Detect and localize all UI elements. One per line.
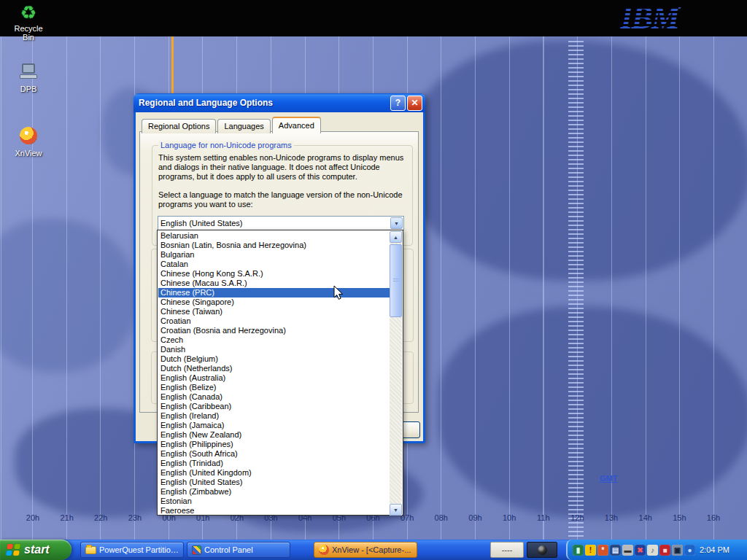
dialog-title: Regional and Language Options [139,98,389,108]
xnview-icon [319,545,329,555]
start-button[interactable]: start [0,540,71,560]
language-listbox-items: BelarusianBosnian (Latin, Bosnia and Her… [158,231,391,516]
language-option[interactable]: English (United States) [158,478,391,487]
language-option[interactable]: Chinese (Singapore) [158,298,391,307]
timezone-label: 10h [503,513,516,522]
language-option[interactable]: English (Ireland) [158,411,391,421]
taskbar-clock[interactable]: 2:04 PM [700,545,729,554]
system-tray: ▮!*▤▬✖♪■▣● 2:04 PM [566,540,747,560]
graphics-utility-icon[interactable]: * [597,545,608,556]
language-option[interactable]: Estonian [158,497,391,506]
dialog-tabs: Regional Options Languages Advanced [142,117,322,133]
language-option[interactable]: Belarusian [158,231,391,241]
combobox-value: English (United States) [158,219,390,228]
language-option[interactable]: English (Caribbean) [158,402,391,411]
dialog-titlebar[interactable]: Regional and Language Options ? ✕ [133,93,425,112]
network-status-icon[interactable]: ▤ [610,545,621,556]
language-option[interactable]: English (New Zealand) [158,430,391,440]
antivirus-icon[interactable]: ■ [659,545,670,556]
desktop-icon-xnview[interactable]: XnView [7,127,50,158]
language-dropdown-list: BelarusianBosnian (Latin, Bosnia and Her… [157,230,403,516]
timezone-label: 20h [26,513,39,522]
timezone-label: 16h [707,513,720,522]
taskbar-button-control-panel[interactable]: Control Panel [187,542,290,558]
security-warning-icon[interactable]: ! [585,545,596,556]
help-icon: ? [395,98,400,108]
scrollbar-track[interactable] [390,243,402,504]
desktop-icon-label: XnView [7,149,50,158]
language-option[interactable]: English (United Kingdom) [158,468,391,478]
help-button[interactable]: ? [390,96,406,111]
scroll-down-button[interactable]: ▼ [390,504,402,516]
task-button-label: Control Panel [204,545,253,554]
timezone-label: 22h [94,513,107,522]
task-button-label: XnView - [<Capture-... [332,545,411,554]
language-option[interactable]: English (Jamaica) [158,421,391,430]
scroll-down-icon: ▼ [393,508,398,513]
combobox-dropdown-button[interactable]: ▼ [390,217,403,229]
language-option[interactable]: English (Australia) [158,373,391,383]
black-ball-icon [538,545,547,555]
input-language-icon[interactable]: ▬ [622,545,633,556]
scroll-up-icon: ▲ [393,235,398,240]
scrollbar-thumb[interactable] [390,244,402,317]
language-option[interactable]: Danish [158,345,391,354]
desktop: GMT 20h21h22h23h00h01h02h03h04h05h06h07h… [0,0,747,560]
language-option[interactable]: Croatian (Bosnia and Herzegovina) [158,326,391,335]
timezone-label: 11h [537,513,550,522]
sync-error-icon[interactable]: ✖ [635,545,646,556]
select-language-instruction: Select a language to match the language … [158,190,414,209]
language-option[interactable]: Dutch (Belgium) [158,354,391,364]
tab-regional-options[interactable]: Regional Options [142,119,216,133]
language-option[interactable]: Catalan [158,260,391,269]
tab-languages[interactable]: Languages [217,119,270,133]
scheduler-icon[interactable]: ● [684,545,695,556]
taskbar: start PowerQuest Partition... Control Pa… [0,540,747,560]
laptop-icon [7,63,50,83]
language-combobox[interactable]: English (United States) ▼ [158,216,404,230]
language-option[interactable]: Chinese (Taiwan) [158,307,391,316]
language-option[interactable]: English (South Africa) [158,449,391,459]
current-time-marker [171,36,174,93]
language-option[interactable]: Bulgarian [158,250,391,260]
scroll-up-button[interactable]: ▲ [390,231,402,243]
mouse-cursor [333,285,344,303]
wallpaper-top-bar: ♻ Recycle Bin IBM [0,0,747,36]
taskbar-button-xnview[interactable]: XnView - [<Capture-... [314,542,417,558]
language-option[interactable]: Chinese (Hong Kong S.A.R.) [158,269,391,279]
xnview-icon [7,127,50,147]
power-status-icon[interactable]: ▮ [573,545,584,556]
language-option[interactable]: Czech [158,335,391,345]
group-box-title: Language for non-Unicode programs [158,141,294,149]
close-button[interactable]: ✕ [407,96,422,111]
hatched-timezone-band [568,41,584,537]
timezone-label: 12h [570,513,584,522]
tab-advanced[interactable]: Advanced [272,117,321,133]
language-option[interactable]: Chinese (PRC) [158,288,391,298]
desktop-icon-dpb[interactable]: DPB [7,63,50,93]
taskbar-toolbar-segment[interactable]: ---- [490,542,524,558]
language-option[interactable]: Faeroese [158,506,391,516]
language-option[interactable]: English (Trinidad) [158,459,391,468]
chevron-down-icon: ▼ [394,221,399,226]
control-panel-icon [192,545,201,555]
timezone-label: 13h [605,513,618,522]
language-option[interactable]: Chinese (Macau S.A.R.) [158,279,391,288]
windows-logo-icon [6,544,20,556]
display-settings-icon[interactable]: ▣ [672,545,683,556]
taskbar-dark-segment[interactable] [527,542,557,558]
language-option[interactable]: English (Belize) [158,383,391,392]
scrollbar[interactable]: ▲ ▼ [390,231,402,516]
language-option[interactable]: English (Canada) [158,392,391,402]
language-option[interactable]: English (Philippines) [158,440,391,449]
close-icon: ✕ [411,98,418,108]
desktop-icon-recycle-bin[interactable]: ♻ Recycle Bin [7,2,50,42]
taskbar-button-powerquest[interactable]: PowerQuest Partition... [80,542,184,558]
language-option[interactable]: English (Zimbabwe) [158,487,391,497]
volume-icon[interactable]: ♪ [647,545,658,556]
timezone-label: 14h [639,513,652,522]
language-option[interactable]: Bosnian (Latin, Bosnia and Herzegovina) [158,241,391,250]
language-option[interactable]: Croatian [158,316,391,326]
gmt-label: GMT [600,474,617,483]
language-option[interactable]: Dutch (Netherlands) [158,364,391,373]
